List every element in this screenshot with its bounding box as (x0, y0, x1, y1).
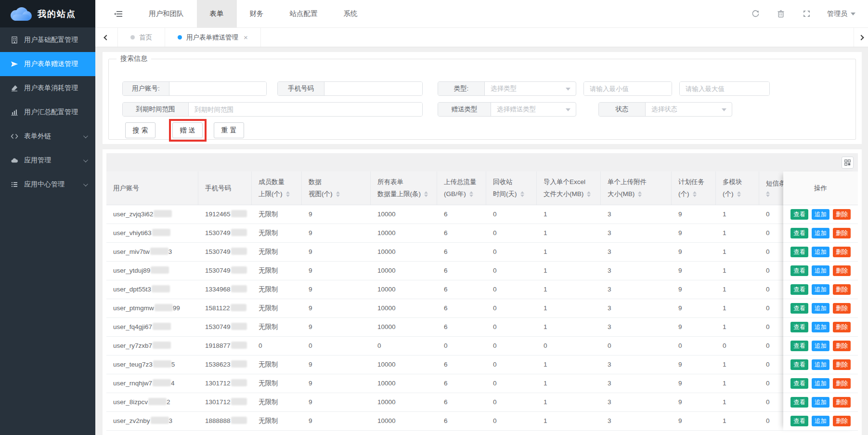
column-header[interactable]: 单个上传附件大小(MB) (601, 171, 672, 205)
table-row: user_miv7tw31530749无限制9100006013910 (106, 243, 858, 262)
action-button-查看[interactable]: 查看 (790, 341, 808, 351)
action-button-删除[interactable]: 删除 (833, 341, 851, 351)
action-button-追加[interactable]: 追加 (812, 322, 829, 332)
tabs-scroll-right-button[interactable] (854, 28, 868, 47)
tab-label: 用户表单赠送管理 (186, 33, 238, 42)
action-button-查看[interactable]: 查看 (790, 228, 808, 238)
action-button-追加[interactable]: 追加 (812, 247, 829, 257)
max-value-input[interactable] (680, 82, 769, 95)
action-button-删除[interactable]: 删除 (833, 209, 851, 220)
column-header[interactable]: 导入单个Excel文件大小(MB) (537, 171, 601, 205)
topnav-item-site-config[interactable]: 站点配置 (277, 0, 331, 27)
sort-icon[interactable] (737, 191, 741, 197)
collapse-sidebar-button[interactable] (114, 10, 123, 18)
action-button-查看[interactable]: 查看 (790, 322, 808, 332)
tabs-scroll-left-button[interactable] (95, 28, 118, 47)
action-button-查看[interactable]: 查看 (790, 303, 808, 314)
action-button-删除[interactable]: 删除 (833, 265, 851, 276)
action-button-删除[interactable]: 删除 (833, 284, 851, 295)
action-button-查看[interactable]: 查看 (790, 247, 808, 257)
status-select[interactable]: 选择状态 (646, 103, 732, 116)
sort-icon[interactable] (336, 191, 340, 197)
give-button[interactable]: 赠 送 (172, 122, 203, 138)
column-header[interactable]: 数据视图(个) (302, 171, 371, 205)
action-button-删除[interactable]: 删除 (833, 378, 851, 389)
table-cell: 1 (537, 262, 601, 280)
sidebar-item-user-base-config[interactable]: 用户基础配置管理 (0, 28, 95, 52)
action-button-查看[interactable]: 查看 (790, 397, 808, 408)
action-button-查看[interactable]: 查看 (790, 378, 808, 389)
phone-input[interactable] (324, 82, 422, 95)
topnav-item-users-teams[interactable]: 用户和团队 (136, 0, 197, 27)
column-header-line1: 导入单个Excel (544, 178, 600, 186)
column-settings-button[interactable] (842, 157, 854, 169)
sort-icon[interactable] (520, 191, 524, 197)
redacted-text (153, 360, 171, 368)
action-button-追加[interactable]: 追加 (812, 265, 829, 276)
trash-button[interactable] (776, 10, 786, 18)
sidebar-item-user-form-gift[interactable]: 用户表单赠送管理 (0, 52, 95, 76)
column-header[interactable]: 成员数量上限(个) (252, 171, 302, 205)
sort-icon[interactable] (693, 191, 697, 197)
action-button-删除[interactable]: 删除 (833, 303, 851, 314)
action-button-追加[interactable]: 追加 (812, 341, 829, 351)
fullscreen-button[interactable] (802, 10, 811, 18)
account-input[interactable] (169, 82, 266, 95)
gift-type-select[interactable]: 选择赠送类型 (491, 103, 576, 116)
sort-icon[interactable] (424, 191, 428, 197)
topnav-item-system[interactable]: 系统 (331, 0, 371, 27)
sidebar-item-app-management[interactable]: 应用管理 (0, 148, 95, 172)
status-select-value: 选择状态 (646, 105, 677, 114)
action-button-查看[interactable]: 查看 (790, 416, 808, 426)
action-button-追加[interactable]: 追加 (812, 303, 829, 314)
account-cell: user_ry7zxb7 (106, 337, 198, 355)
reset-button[interactable]: 重 置 (214, 122, 244, 138)
tab-user-form-gift[interactable]: 用户表单赠送管理 × (165, 28, 261, 47)
sidebar-item-user-form-consume[interactable]: 用户表单消耗管理 (0, 76, 95, 100)
action-button-删除[interactable]: 删除 (833, 247, 851, 257)
column-header[interactable]: 所有表单数据量上限(条) (371, 171, 437, 205)
expire-range-input[interactable] (189, 103, 422, 116)
type-select[interactable]: 选择类型 (485, 82, 576, 95)
tab-close-icon[interactable]: × (244, 33, 248, 41)
action-button-删除[interactable]: 删除 (833, 322, 851, 332)
column-header[interactable]: 上传总流量(GB/年) (437, 171, 486, 205)
action-button-删除[interactable]: 删除 (833, 228, 851, 238)
refresh-button[interactable] (751, 10, 760, 18)
topnav-item-forms[interactable]: 表单 (197, 0, 237, 27)
sort-icon[interactable] (587, 191, 591, 197)
sort-icon[interactable] (286, 191, 290, 197)
sidebar-item-user-summary-config[interactable]: 用户汇总配置管理 (0, 100, 95, 124)
topnav-item-finance[interactable]: 财务 (237, 0, 277, 27)
tab-home[interactable]: 首页 (118, 28, 165, 47)
sidebar-item-app-center-management[interactable]: 应用中心管理 (0, 172, 95, 197)
column-header[interactable]: 计划任务(个) (672, 171, 716, 205)
table-cell: 10000 (371, 205, 437, 224)
action-button-查看[interactable]: 查看 (790, 284, 808, 295)
action-button-追加[interactable]: 追加 (812, 378, 829, 389)
table-cell: 6 (437, 205, 486, 224)
action-button-追加[interactable]: 追加 (812, 209, 829, 220)
min-value-input[interactable] (584, 82, 672, 95)
table-cell: 0 (672, 337, 716, 355)
action-button-追加[interactable]: 追加 (812, 359, 829, 370)
action-button-追加[interactable]: 追加 (812, 416, 829, 426)
sort-icon[interactable] (469, 191, 473, 197)
admin-menu[interactable]: 管理员 (827, 10, 855, 18)
search-button[interactable]: 搜 索 (125, 122, 155, 138)
action-button-追加[interactable]: 追加 (812, 397, 829, 408)
sidebar-item-form-external-link[interactable]: 表单外链 (0, 124, 95, 148)
action-button-删除[interactable]: 删除 (833, 416, 851, 426)
action-button-追加[interactable]: 追加 (812, 284, 829, 295)
action-button-查看[interactable]: 查看 (790, 359, 808, 370)
action-button-查看[interactable]: 查看 (790, 209, 808, 220)
table-cell: 6 (437, 356, 486, 374)
sort-icon[interactable] (766, 191, 770, 197)
action-button-删除[interactable]: 删除 (833, 397, 851, 408)
column-header[interactable]: 多模块(个) (716, 171, 759, 205)
sort-icon[interactable] (638, 191, 642, 197)
action-button-追加[interactable]: 追加 (812, 228, 829, 238)
action-button-删除[interactable]: 删除 (833, 359, 851, 370)
column-header[interactable]: 回收站时间(天) (486, 171, 537, 205)
action-button-查看[interactable]: 查看 (790, 265, 808, 276)
